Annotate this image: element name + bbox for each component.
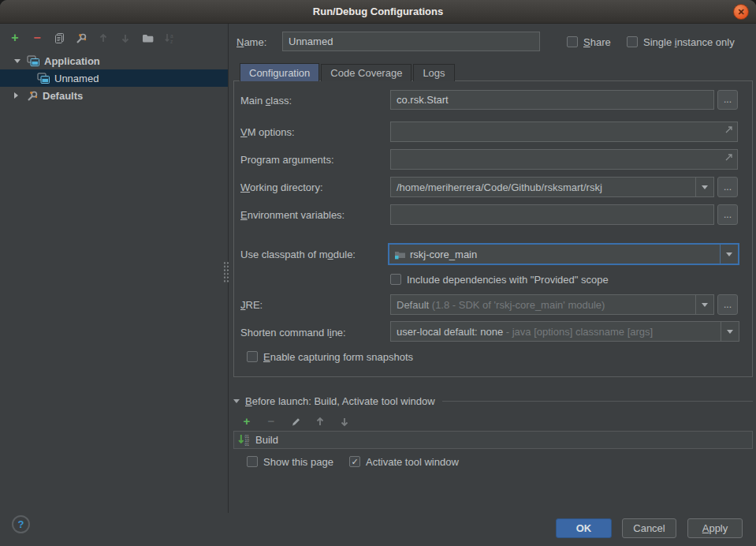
edit-defaults-button[interactable] (74, 31, 88, 45)
show-this-page-checkbox[interactable] (247, 456, 258, 467)
configurations-tree-panel: + − az Application (0, 24, 229, 513)
svg-text:a: a (170, 33, 173, 39)
ok-button[interactable]: OK (556, 518, 612, 538)
sort-configurations-button[interactable]: az (162, 31, 177, 45)
close-icon: ✕ (737, 7, 744, 17)
name-label: Name: (236, 36, 266, 48)
edit-task-button[interactable] (289, 414, 303, 428)
application-type-icon (37, 73, 50, 84)
remove-task-button[interactable]: − (264, 414, 278, 428)
show-this-page-label: Show this page (263, 456, 333, 468)
plus-icon: + (11, 32, 18, 44)
before-launch-toolbar: + − (240, 414, 352, 428)
remove-configuration-button[interactable]: − (30, 31, 44, 45)
tree-toolbar: + − az (8, 30, 177, 46)
build-task-icon: 011001 (238, 433, 251, 447)
collapsed-arrow-icon[interactable] (14, 92, 18, 99)
defaults-wrench-icon (26, 90, 39, 102)
svg-text:z: z (170, 39, 173, 44)
folder-icon (142, 33, 154, 43)
help-button[interactable]: ? (12, 515, 30, 533)
task-item-build[interactable]: Build (255, 434, 278, 446)
move-down-button[interactable] (118, 31, 132, 45)
share-label: Share (583, 36, 611, 48)
tab-logs[interactable]: Logs (413, 64, 454, 81)
move-up-button[interactable] (96, 31, 110, 45)
application-type-icon (27, 55, 40, 67)
section-divider (442, 401, 753, 402)
create-folder-button[interactable] (140, 31, 155, 45)
tree-item-application[interactable]: Application (0, 52, 228, 69)
dialog-title: Run/Debug Configurations (0, 6, 756, 17)
tree-item-label: Defaults (43, 90, 83, 102)
panel-splitter-handle[interactable] (223, 261, 229, 283)
sort-az-icon: az (164, 32, 175, 43)
tree-item-label: Unnamed (54, 73, 99, 84)
share-checkbox[interactable] (567, 36, 578, 47)
expanded-arrow-icon[interactable] (14, 59, 20, 63)
activate-tool-window-label: Activate tool window (366, 456, 459, 468)
section-collapse-icon[interactable] (233, 399, 240, 403)
add-configuration-button[interactable]: + (8, 31, 22, 45)
pencil-icon (291, 417, 301, 427)
tab-bar: Configuration Code Coverage Logs (240, 63, 456, 81)
minus-icon: − (268, 415, 275, 428)
move-task-down-button[interactable] (337, 414, 352, 428)
before-launch-title: Before launch: Build, Activate tool wind… (245, 395, 435, 407)
plus-icon: + (244, 415, 251, 428)
arrow-down-icon (340, 417, 349, 427)
svg-text:01: 01 (245, 443, 250, 447)
arrow-down-icon (121, 33, 130, 43)
copy-configuration-button[interactable] (52, 31, 66, 45)
name-input[interactable] (282, 32, 540, 51)
arrow-up-icon (315, 417, 325, 427)
apply-button[interactable]: Apply (687, 518, 743, 538)
cancel-button[interactable]: Cancel (622, 518, 676, 538)
wrench-settings-icon (75, 32, 88, 44)
checkmark-icon: ✓ (351, 457, 358, 466)
tree-item-label: Application (44, 55, 100, 67)
before-launch-header[interactable]: Before launch: Build, Activate tool wind… (233, 395, 753, 407)
run-debug-configurations-dialog: Run/Debug Configurations ✕ + − (0, 0, 756, 546)
tab-configuration[interactable]: Configuration (240, 63, 319, 81)
tree-item-unnamed[interactable]: Unnamed (0, 69, 228, 87)
move-task-up-button[interactable] (313, 414, 327, 428)
tab-code-coverage[interactable]: Code Coverage (321, 64, 412, 81)
question-mark-icon: ? (18, 518, 24, 530)
title-bar[interactable]: Run/Debug Configurations ✕ (0, 0, 756, 24)
arrow-up-icon (99, 33, 108, 43)
close-window-button[interactable]: ✕ (733, 4, 749, 20)
minus-icon: − (33, 32, 40, 44)
configuration-tab-panel (233, 80, 753, 377)
activate-tool-window-checkbox[interactable]: ✓ (349, 456, 360, 467)
single-instance-checkbox[interactable] (627, 36, 638, 47)
copy-icon (54, 32, 65, 44)
tree-item-defaults[interactable]: Defaults (0, 87, 228, 104)
before-launch-task-list: 011001 Build (233, 431, 753, 449)
add-task-button[interactable]: + (240, 414, 254, 428)
single-instance-label: Single instance only (643, 36, 735, 48)
